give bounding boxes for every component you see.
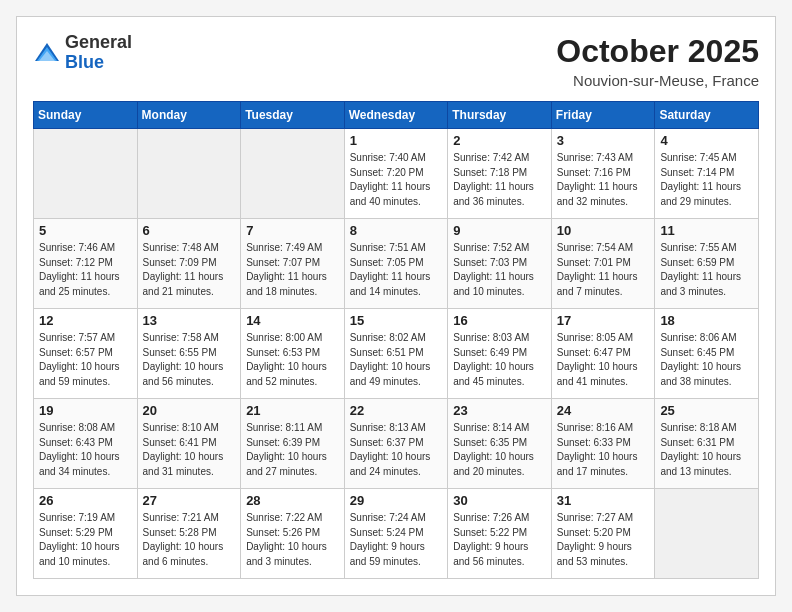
day-info: Sunrise: 7:26 AM Sunset: 5:22 PM Dayligh…	[453, 511, 546, 569]
day-number: 24	[557, 403, 650, 418]
calendar-cell: 16Sunrise: 8:03 AM Sunset: 6:49 PM Dayli…	[448, 309, 552, 399]
day-number: 5	[39, 223, 132, 238]
calendar-cell: 25Sunrise: 8:18 AM Sunset: 6:31 PM Dayli…	[655, 399, 759, 489]
calendar-cell: 30Sunrise: 7:26 AM Sunset: 5:22 PM Dayli…	[448, 489, 552, 579]
day-number: 7	[246, 223, 339, 238]
day-number: 14	[246, 313, 339, 328]
calendar-cell: 28Sunrise: 7:22 AM Sunset: 5:26 PM Dayli…	[241, 489, 345, 579]
day-number: 10	[557, 223, 650, 238]
calendar-week-row: 19Sunrise: 8:08 AM Sunset: 6:43 PM Dayli…	[34, 399, 759, 489]
day-info: Sunrise: 8:13 AM Sunset: 6:37 PM Dayligh…	[350, 421, 443, 479]
calendar-cell	[241, 129, 345, 219]
day-number: 3	[557, 133, 650, 148]
day-number: 11	[660, 223, 753, 238]
day-number: 16	[453, 313, 546, 328]
logo-blue-text: Blue	[65, 52, 104, 72]
logo-general-text: General	[65, 32, 132, 52]
weekday-header-monday: Monday	[137, 102, 241, 129]
month-title: October 2025	[556, 33, 759, 70]
day-info: Sunrise: 8:11 AM Sunset: 6:39 PM Dayligh…	[246, 421, 339, 479]
day-number: 26	[39, 493, 132, 508]
day-number: 23	[453, 403, 546, 418]
day-info: Sunrise: 8:14 AM Sunset: 6:35 PM Dayligh…	[453, 421, 546, 479]
calendar-cell: 22Sunrise: 8:13 AM Sunset: 6:37 PM Dayli…	[344, 399, 448, 489]
day-number: 2	[453, 133, 546, 148]
day-number: 8	[350, 223, 443, 238]
day-number: 28	[246, 493, 339, 508]
day-number: 17	[557, 313, 650, 328]
calendar-cell: 26Sunrise: 7:19 AM Sunset: 5:29 PM Dayli…	[34, 489, 138, 579]
calendar-cell: 10Sunrise: 7:54 AM Sunset: 7:01 PM Dayli…	[551, 219, 655, 309]
day-number: 31	[557, 493, 650, 508]
calendar-container: General Blue October 2025 Nouvion-sur-Me…	[16, 16, 776, 596]
day-info: Sunrise: 8:16 AM Sunset: 6:33 PM Dayligh…	[557, 421, 650, 479]
calendar-table: SundayMondayTuesdayWednesdayThursdayFrid…	[33, 101, 759, 579]
calendar-cell: 11Sunrise: 7:55 AM Sunset: 6:59 PM Dayli…	[655, 219, 759, 309]
day-info: Sunrise: 8:06 AM Sunset: 6:45 PM Dayligh…	[660, 331, 753, 389]
calendar-week-row: 26Sunrise: 7:19 AM Sunset: 5:29 PM Dayli…	[34, 489, 759, 579]
logo-icon	[33, 39, 61, 67]
calendar-cell: 4Sunrise: 7:45 AM Sunset: 7:14 PM Daylig…	[655, 129, 759, 219]
calendar-cell: 6Sunrise: 7:48 AM Sunset: 7:09 PM Daylig…	[137, 219, 241, 309]
day-info: Sunrise: 7:40 AM Sunset: 7:20 PM Dayligh…	[350, 151, 443, 209]
calendar-cell: 9Sunrise: 7:52 AM Sunset: 7:03 PM Daylig…	[448, 219, 552, 309]
weekday-header-row: SundayMondayTuesdayWednesdayThursdayFrid…	[34, 102, 759, 129]
calendar-cell	[137, 129, 241, 219]
day-number: 18	[660, 313, 753, 328]
day-info: Sunrise: 8:02 AM Sunset: 6:51 PM Dayligh…	[350, 331, 443, 389]
day-number: 21	[246, 403, 339, 418]
calendar-cell: 14Sunrise: 8:00 AM Sunset: 6:53 PM Dayli…	[241, 309, 345, 399]
day-number: 20	[143, 403, 236, 418]
calendar-cell: 1Sunrise: 7:40 AM Sunset: 7:20 PM Daylig…	[344, 129, 448, 219]
day-info: Sunrise: 7:45 AM Sunset: 7:14 PM Dayligh…	[660, 151, 753, 209]
day-info: Sunrise: 7:48 AM Sunset: 7:09 PM Dayligh…	[143, 241, 236, 299]
calendar-cell: 3Sunrise: 7:43 AM Sunset: 7:16 PM Daylig…	[551, 129, 655, 219]
day-number: 25	[660, 403, 753, 418]
day-number: 22	[350, 403, 443, 418]
day-number: 9	[453, 223, 546, 238]
calendar-tbody: 1Sunrise: 7:40 AM Sunset: 7:20 PM Daylig…	[34, 129, 759, 579]
title-block: October 2025 Nouvion-sur-Meuse, France	[556, 33, 759, 89]
day-info: Sunrise: 8:10 AM Sunset: 6:41 PM Dayligh…	[143, 421, 236, 479]
calendar-cell	[34, 129, 138, 219]
weekday-header-sunday: Sunday	[34, 102, 138, 129]
day-info: Sunrise: 7:49 AM Sunset: 7:07 PM Dayligh…	[246, 241, 339, 299]
weekday-header-friday: Friday	[551, 102, 655, 129]
calendar-cell: 21Sunrise: 8:11 AM Sunset: 6:39 PM Dayli…	[241, 399, 345, 489]
calendar-cell: 17Sunrise: 8:05 AM Sunset: 6:47 PM Dayli…	[551, 309, 655, 399]
logo: General Blue	[33, 33, 132, 73]
weekday-header-thursday: Thursday	[448, 102, 552, 129]
day-info: Sunrise: 7:55 AM Sunset: 6:59 PM Dayligh…	[660, 241, 753, 299]
day-number: 29	[350, 493, 443, 508]
day-number: 27	[143, 493, 236, 508]
calendar-week-row: 5Sunrise: 7:46 AM Sunset: 7:12 PM Daylig…	[34, 219, 759, 309]
day-number: 12	[39, 313, 132, 328]
calendar-cell	[655, 489, 759, 579]
calendar-thead: SundayMondayTuesdayWednesdayThursdayFrid…	[34, 102, 759, 129]
day-info: Sunrise: 7:58 AM Sunset: 6:55 PM Dayligh…	[143, 331, 236, 389]
day-number: 19	[39, 403, 132, 418]
calendar-cell: 2Sunrise: 7:42 AM Sunset: 7:18 PM Daylig…	[448, 129, 552, 219]
day-info: Sunrise: 8:18 AM Sunset: 6:31 PM Dayligh…	[660, 421, 753, 479]
day-info: Sunrise: 8:05 AM Sunset: 6:47 PM Dayligh…	[557, 331, 650, 389]
calendar-cell: 24Sunrise: 8:16 AM Sunset: 6:33 PM Dayli…	[551, 399, 655, 489]
calendar-cell: 7Sunrise: 7:49 AM Sunset: 7:07 PM Daylig…	[241, 219, 345, 309]
calendar-cell: 20Sunrise: 8:10 AM Sunset: 6:41 PM Dayli…	[137, 399, 241, 489]
day-number: 4	[660, 133, 753, 148]
calendar-cell: 31Sunrise: 7:27 AM Sunset: 5:20 PM Dayli…	[551, 489, 655, 579]
calendar-week-row: 12Sunrise: 7:57 AM Sunset: 6:57 PM Dayli…	[34, 309, 759, 399]
calendar-cell: 12Sunrise: 7:57 AM Sunset: 6:57 PM Dayli…	[34, 309, 138, 399]
day-info: Sunrise: 7:19 AM Sunset: 5:29 PM Dayligh…	[39, 511, 132, 569]
day-number: 30	[453, 493, 546, 508]
day-number: 6	[143, 223, 236, 238]
day-info: Sunrise: 7:43 AM Sunset: 7:16 PM Dayligh…	[557, 151, 650, 209]
day-info: Sunrise: 7:27 AM Sunset: 5:20 PM Dayligh…	[557, 511, 650, 569]
location: Nouvion-sur-Meuse, France	[556, 72, 759, 89]
day-info: Sunrise: 7:46 AM Sunset: 7:12 PM Dayligh…	[39, 241, 132, 299]
calendar-cell: 8Sunrise: 7:51 AM Sunset: 7:05 PM Daylig…	[344, 219, 448, 309]
day-info: Sunrise: 7:21 AM Sunset: 5:28 PM Dayligh…	[143, 511, 236, 569]
day-info: Sunrise: 7:42 AM Sunset: 7:18 PM Dayligh…	[453, 151, 546, 209]
calendar-cell: 23Sunrise: 8:14 AM Sunset: 6:35 PM Dayli…	[448, 399, 552, 489]
day-info: Sunrise: 8:00 AM Sunset: 6:53 PM Dayligh…	[246, 331, 339, 389]
calendar-cell: 27Sunrise: 7:21 AM Sunset: 5:28 PM Dayli…	[137, 489, 241, 579]
